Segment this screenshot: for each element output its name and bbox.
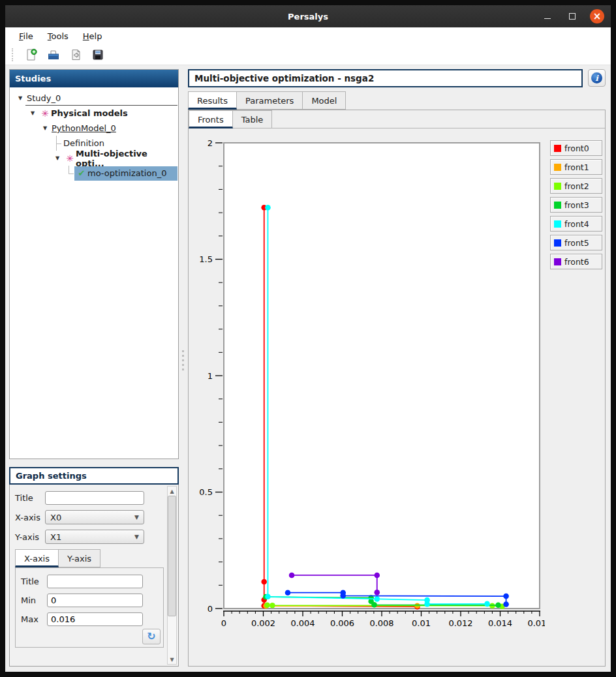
panel-splitter[interactable]: [179, 69, 188, 667]
window-title: Persalys: [5, 12, 611, 22]
legend-swatch-icon: [554, 220, 561, 228]
panel-gap: [9, 459, 179, 467]
minimize-button[interactable]: [540, 9, 555, 23]
legend-button-front4[interactable]: front4: [550, 216, 602, 232]
import-script-icon: [69, 48, 82, 61]
close-button[interactable]: ×: [590, 9, 604, 23]
xaxis-select[interactable]: X0▼: [45, 510, 144, 524]
tree-connector: [65, 166, 74, 181]
tree-item-physical-models[interactable]: ▼✳Physical models: [10, 106, 178, 121]
menu-file[interactable]: File: [13, 29, 39, 43]
graph-settings-scrollbar[interactable]: ▲ ▼: [167, 486, 177, 665]
expand-arrow-icon[interactable]: ▼: [15, 95, 25, 101]
maximize-button[interactable]: [565, 9, 579, 23]
tab-model[interactable]: Model: [303, 91, 346, 110]
expand-arrow-icon[interactable]: ▼: [40, 125, 50, 131]
legend-button-front0[interactable]: front0: [550, 140, 602, 156]
legend-button-front5[interactable]: front5: [550, 235, 602, 250]
svg-text:1.5: 1.5: [199, 254, 213, 264]
main-tabs: Results Parameters Model: [188, 91, 606, 110]
graph-settings-header: Graph settings: [9, 467, 179, 485]
svg-text:0.5: 0.5: [199, 487, 213, 497]
axis-settings-frame: Title Min Max ↻: [15, 567, 164, 648]
axis-max-input[interactable]: [47, 612, 143, 626]
axis-title-input[interactable]: [47, 575, 143, 588]
studies-tree: ▼Study_0▼✳Physical models▼PythonModel_0D…: [10, 87, 178, 459]
legend-swatch-icon: [554, 258, 561, 265]
import-script-button[interactable]: [68, 47, 84, 63]
tree-item-label: mo-optimization_0: [87, 168, 166, 178]
left-column: Studies ▼Study_0▼✳Physical models▼Python…: [9, 69, 179, 667]
menu-help[interactable]: Help: [77, 29, 108, 43]
legend-button-front6[interactable]: front6: [550, 254, 602, 269]
graph-settings-body: Title X-axis X0▼ Y-axis X1▼ X-axis Y-axi…: [9, 485, 179, 667]
tab-parameters[interactable]: Parameters: [237, 91, 303, 110]
fronts-chart-region: 00.0020.0040.0060.0080.010.0120.0140.016…: [189, 128, 605, 666]
legend-label: front5: [564, 238, 589, 248]
minimize-icon: [544, 18, 551, 19]
legend-button-front3[interactable]: front3: [550, 197, 602, 213]
axis-min-input[interactable]: [47, 594, 143, 607]
tree-item-label: Multi-objective opti...: [76, 149, 176, 168]
svg-text:0.012: 0.012: [448, 618, 472, 628]
tab-results[interactable]: Results: [188, 91, 237, 110]
svg-text:0.01: 0.01: [412, 618, 431, 628]
save-study-button[interactable]: [90, 47, 106, 63]
tree-item-label: Physical models: [51, 108, 128, 118]
yaxis-select-value: X1: [50, 532, 61, 542]
legend-label: front4: [564, 219, 589, 229]
svg-text:0.006: 0.006: [330, 618, 354, 628]
xaxis-label: X-axis: [15, 513, 45, 522]
scroll-down-icon[interactable]: ▼: [168, 655, 176, 664]
scroll-up-icon[interactable]: ▲: [168, 487, 176, 496]
results-panel: Fronts Table 00.0020.0040.0060.0080.010.…: [188, 110, 606, 667]
legend-swatch-icon: [554, 164, 561, 171]
tree-item-mo-optimization-0[interactable]: ✔mo-optimization_0: [10, 166, 178, 181]
yaxis-select[interactable]: X1▼: [45, 530, 144, 544]
results-subtabs: Fronts Table: [189, 110, 605, 128]
save-study-icon: [91, 48, 104, 61]
title-bar[interactable]: Persalys ×: [5, 5, 611, 27]
tree-item-label: Study_0: [27, 93, 61, 103]
new-study-icon: [25, 48, 38, 61]
svg-text:0.002: 0.002: [251, 618, 275, 628]
legend-label: front6: [564, 257, 589, 267]
tab-x-axis[interactable]: X-axis: [15, 549, 59, 567]
refresh-icon: ↻: [147, 631, 155, 642]
legend-label: front1: [564, 162, 589, 172]
legend-label: front3: [564, 200, 589, 210]
check-icon: ✔: [76, 168, 87, 178]
subtab-spacer: [272, 110, 605, 128]
chevron-down-icon: ▼: [134, 534, 139, 540]
tab-table[interactable]: Table: [233, 110, 273, 128]
scrollbar-thumb[interactable]: [168, 496, 176, 616]
fronts-plot: 00.0020.0040.0060.0080.010.0120.0140.016…: [192, 134, 545, 635]
max-label: Max: [21, 614, 47, 624]
legend-button-front1[interactable]: front1: [550, 159, 602, 175]
expand-arrow-icon[interactable]: ▼: [52, 155, 63, 161]
toolbar-drag-handle[interactable]: [12, 48, 16, 61]
svg-text:0.014: 0.014: [488, 618, 512, 628]
refresh-button[interactable]: ↻: [142, 629, 161, 644]
new-study-button[interactable]: [23, 47, 39, 63]
physical-model-icon: ✳: [39, 108, 51, 119]
tab-y-axis[interactable]: Y-axis: [59, 549, 100, 567]
svg-text:0: 0: [221, 618, 226, 628]
legend-label: front2: [564, 181, 589, 191]
tree-item-study-0[interactable]: ▼Study_0: [10, 91, 178, 106]
tab-fronts[interactable]: Fronts: [189, 110, 233, 128]
graph-title-input[interactable]: [45, 491, 144, 505]
menu-tools[interactable]: Tools: [42, 29, 74, 43]
scrollbar-track[interactable]: [168, 496, 176, 655]
svg-text:2: 2: [208, 138, 213, 148]
expand-arrow-icon[interactable]: ▼: [27, 110, 38, 116]
legend-button-front2[interactable]: front2: [550, 178, 602, 194]
legend-label: front0: [564, 143, 589, 153]
open-study-button[interactable]: [46, 47, 61, 63]
info-button[interactable]: i: [588, 69, 606, 87]
tree-item-python-model-0[interactable]: ▼PythonModel_0: [10, 121, 178, 136]
tree-item-multi-objective-opt[interactable]: ▼✳Multi-objective opti...: [10, 151, 178, 166]
legend-swatch-icon: [554, 239, 561, 247]
svg-text:0.016: 0.016: [527, 618, 545, 628]
analysis-title-field[interactable]: Multi-objective optimization - nsga2: [188, 69, 583, 87]
